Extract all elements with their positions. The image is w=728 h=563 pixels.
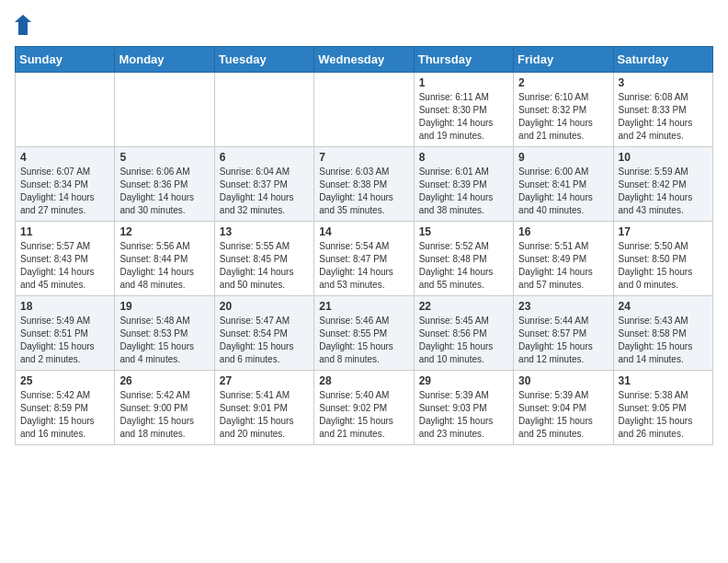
col-header-saturday: Saturday	[613, 47, 712, 73]
day-number: 21	[319, 300, 408, 313]
day-info: Sunrise: 6:07 AM Sunset: 8:34 PM Dayligh…	[20, 166, 109, 217]
calendar-week-row: 1Sunrise: 6:11 AM Sunset: 8:30 PM Daylig…	[16, 73, 713, 147]
col-header-thursday: Thursday	[414, 47, 513, 73]
day-number: 18	[20, 300, 109, 313]
col-header-wednesday: Wednesday	[314, 47, 414, 73]
col-header-tuesday: Tuesday	[214, 47, 313, 73]
page-header	[15, 15, 713, 35]
day-number: 26	[119, 374, 209, 387]
calendar-cell: 12Sunrise: 5:56 AM Sunset: 8:44 PM Dayli…	[115, 222, 214, 296]
calendar-cell: 14Sunrise: 5:54 AM Sunset: 8:47 PM Dayli…	[314, 222, 414, 296]
day-number: 13	[220, 225, 309, 238]
calendar-week-row: 25Sunrise: 5:42 AM Sunset: 8:59 PM Dayli…	[16, 371, 713, 445]
calendar-cell: 15Sunrise: 5:52 AM Sunset: 8:48 PM Dayli…	[414, 222, 513, 296]
calendar-cell: 18Sunrise: 5:49 AM Sunset: 8:51 PM Dayli…	[16, 296, 115, 371]
day-number: 20	[220, 300, 309, 313]
calendar-cell: 30Sunrise: 5:39 AM Sunset: 9:04 PM Dayli…	[514, 371, 613, 445]
day-info: Sunrise: 5:39 AM Sunset: 9:04 PM Dayligh…	[518, 389, 608, 441]
day-info: Sunrise: 5:52 AM Sunset: 8:48 PM Dayligh…	[419, 240, 508, 292]
day-info: Sunrise: 5:51 AM Sunset: 8:49 PM Dayligh…	[518, 240, 608, 292]
day-info: Sunrise: 6:00 AM Sunset: 8:41 PM Dayligh…	[518, 166, 608, 217]
day-info: Sunrise: 5:47 AM Sunset: 8:54 PM Dayligh…	[220, 315, 309, 366]
day-number: 31	[619, 374, 708, 387]
calendar-cell	[214, 73, 313, 147]
col-header-friday: Friday	[514, 47, 613, 73]
day-number: 3	[619, 76, 708, 89]
day-number: 1	[419, 76, 508, 89]
day-number: 23	[518, 300, 608, 313]
day-number: 12	[119, 225, 209, 238]
calendar-cell: 22Sunrise: 5:45 AM Sunset: 8:56 PM Dayli…	[414, 296, 513, 371]
day-info: Sunrise: 6:01 AM Sunset: 8:39 PM Dayligh…	[419, 166, 508, 217]
calendar-cell: 19Sunrise: 5:48 AM Sunset: 8:53 PM Dayli…	[115, 296, 214, 371]
calendar-week-row: 11Sunrise: 5:57 AM Sunset: 8:43 PM Dayli…	[16, 222, 713, 296]
calendar-cell: 17Sunrise: 5:50 AM Sunset: 8:50 PM Dayli…	[613, 222, 712, 296]
col-header-sunday: Sunday	[16, 47, 115, 73]
day-info: Sunrise: 5:43 AM Sunset: 8:58 PM Dayligh…	[619, 315, 708, 366]
day-number: 25	[20, 374, 109, 387]
calendar-week-row: 18Sunrise: 5:49 AM Sunset: 8:51 PM Dayli…	[16, 296, 713, 371]
svg-marker-0	[15, 15, 31, 35]
day-number: 15	[419, 225, 508, 238]
day-number: 27	[220, 374, 309, 387]
calendar-cell: 26Sunrise: 5:42 AM Sunset: 9:00 PM Dayli…	[115, 371, 214, 445]
calendar-cell: 31Sunrise: 5:38 AM Sunset: 9:05 PM Dayli…	[613, 371, 712, 445]
calendar-cell: 21Sunrise: 5:46 AM Sunset: 8:55 PM Dayli…	[314, 296, 414, 371]
day-info: Sunrise: 5:50 AM Sunset: 8:50 PM Dayligh…	[619, 240, 708, 292]
day-info: Sunrise: 5:54 AM Sunset: 8:47 PM Dayligh…	[319, 240, 408, 292]
day-number: 5	[119, 151, 209, 164]
day-info: Sunrise: 5:38 AM Sunset: 9:05 PM Dayligh…	[619, 389, 708, 441]
day-info: Sunrise: 6:10 AM Sunset: 8:32 PM Dayligh…	[518, 91, 608, 143]
day-info: Sunrise: 5:40 AM Sunset: 9:02 PM Dayligh…	[319, 389, 408, 441]
day-info: Sunrise: 5:41 AM Sunset: 9:01 PM Dayligh…	[220, 389, 309, 441]
day-info: Sunrise: 5:46 AM Sunset: 8:55 PM Dayligh…	[319, 315, 408, 366]
calendar-table: SundayMondayTuesdayWednesdayThursdayFrid…	[15, 46, 713, 445]
day-info: Sunrise: 6:04 AM Sunset: 8:37 PM Dayligh…	[220, 166, 309, 217]
day-number: 29	[419, 374, 508, 387]
calendar-cell: 24Sunrise: 5:43 AM Sunset: 8:58 PM Dayli…	[613, 296, 712, 371]
calendar-cell: 16Sunrise: 5:51 AM Sunset: 8:49 PM Dayli…	[514, 222, 613, 296]
calendar-cell	[314, 73, 414, 147]
day-info: Sunrise: 6:06 AM Sunset: 8:36 PM Dayligh…	[119, 166, 209, 217]
calendar-cell: 8Sunrise: 6:01 AM Sunset: 8:39 PM Daylig…	[414, 147, 513, 222]
calendar-cell: 11Sunrise: 5:57 AM Sunset: 8:43 PM Dayli…	[16, 222, 115, 296]
day-number: 16	[518, 225, 608, 238]
calendar-cell: 2Sunrise: 6:10 AM Sunset: 8:32 PM Daylig…	[514, 73, 613, 147]
calendar-cell: 27Sunrise: 5:41 AM Sunset: 9:01 PM Dayli…	[214, 371, 313, 445]
day-number: 28	[319, 374, 408, 387]
day-number: 9	[518, 151, 608, 164]
logo	[15, 15, 35, 35]
day-number: 6	[220, 151, 309, 164]
day-info: Sunrise: 5:57 AM Sunset: 8:43 PM Dayligh…	[20, 240, 109, 292]
calendar-cell: 5Sunrise: 6:06 AM Sunset: 8:36 PM Daylig…	[115, 147, 214, 222]
calendar-cell: 20Sunrise: 5:47 AM Sunset: 8:54 PM Dayli…	[214, 296, 313, 371]
calendar-cell: 10Sunrise: 5:59 AM Sunset: 8:42 PM Dayli…	[613, 147, 712, 222]
calendar-header-row: SundayMondayTuesdayWednesdayThursdayFrid…	[16, 47, 713, 73]
day-number: 24	[619, 300, 708, 313]
calendar-cell: 28Sunrise: 5:40 AM Sunset: 9:02 PM Dayli…	[314, 371, 414, 445]
calendar-cell: 29Sunrise: 5:39 AM Sunset: 9:03 PM Dayli…	[414, 371, 513, 445]
day-info: Sunrise: 5:49 AM Sunset: 8:51 PM Dayligh…	[20, 315, 109, 366]
day-number: 4	[20, 151, 109, 164]
calendar-cell: 6Sunrise: 6:04 AM Sunset: 8:37 PM Daylig…	[214, 147, 313, 222]
calendar-cell: 25Sunrise: 5:42 AM Sunset: 8:59 PM Dayli…	[16, 371, 115, 445]
day-info: Sunrise: 5:48 AM Sunset: 8:53 PM Dayligh…	[119, 315, 209, 366]
calendar-cell: 3Sunrise: 6:08 AM Sunset: 8:33 PM Daylig…	[613, 73, 712, 147]
day-info: Sunrise: 6:08 AM Sunset: 8:33 PM Dayligh…	[619, 91, 708, 143]
day-info: Sunrise: 5:44 AM Sunset: 8:57 PM Dayligh…	[518, 315, 608, 366]
day-number: 10	[619, 151, 708, 164]
calendar-cell: 1Sunrise: 6:11 AM Sunset: 8:30 PM Daylig…	[414, 73, 513, 147]
logo-icon	[15, 15, 31, 35]
day-info: Sunrise: 5:55 AM Sunset: 8:45 PM Dayligh…	[220, 240, 309, 292]
day-info: Sunrise: 5:59 AM Sunset: 8:42 PM Dayligh…	[619, 166, 708, 217]
day-number: 17	[619, 225, 708, 238]
day-number: 22	[419, 300, 508, 313]
col-header-monday: Monday	[115, 47, 214, 73]
day-info: Sunrise: 5:39 AM Sunset: 9:03 PM Dayligh…	[419, 389, 508, 441]
calendar-cell: 7Sunrise: 6:03 AM Sunset: 8:38 PM Daylig…	[314, 147, 414, 222]
day-number: 14	[319, 225, 408, 238]
day-info: Sunrise: 5:45 AM Sunset: 8:56 PM Dayligh…	[419, 315, 508, 366]
day-number: 30	[518, 374, 608, 387]
day-info: Sunrise: 6:11 AM Sunset: 8:30 PM Dayligh…	[419, 91, 508, 143]
calendar-cell: 4Sunrise: 6:07 AM Sunset: 8:34 PM Daylig…	[16, 147, 115, 222]
